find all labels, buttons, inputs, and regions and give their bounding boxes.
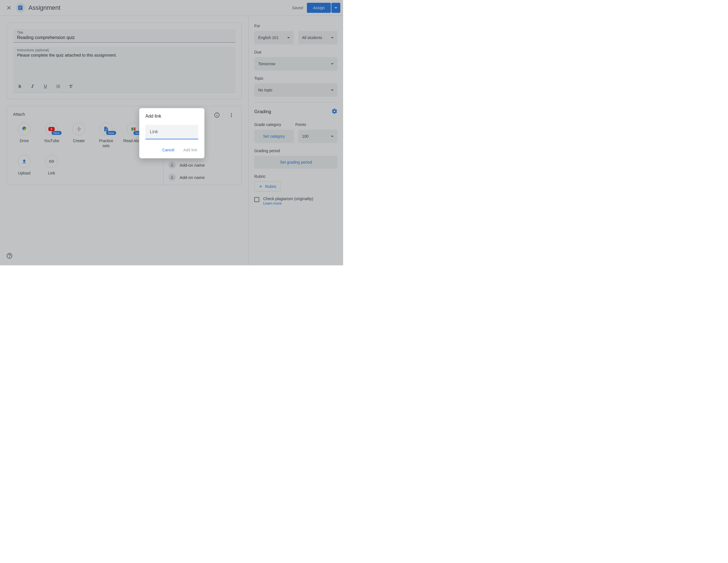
cancel-button[interactable]: Cancel	[161, 146, 176, 154]
link-input[interactable]: Link	[145, 125, 198, 139]
add-link-dialog: Add link Link Cancel Add link	[139, 108, 204, 158]
link-input-placeholder: Link	[150, 129, 158, 134]
add-link-button: Add link	[182, 146, 198, 154]
dialog-title: Add link	[145, 114, 198, 119]
dialog-actions: Cancel Add link	[145, 146, 198, 154]
app-root: Assignment Saved Assign Title Reading co…	[0, 0, 343, 265]
